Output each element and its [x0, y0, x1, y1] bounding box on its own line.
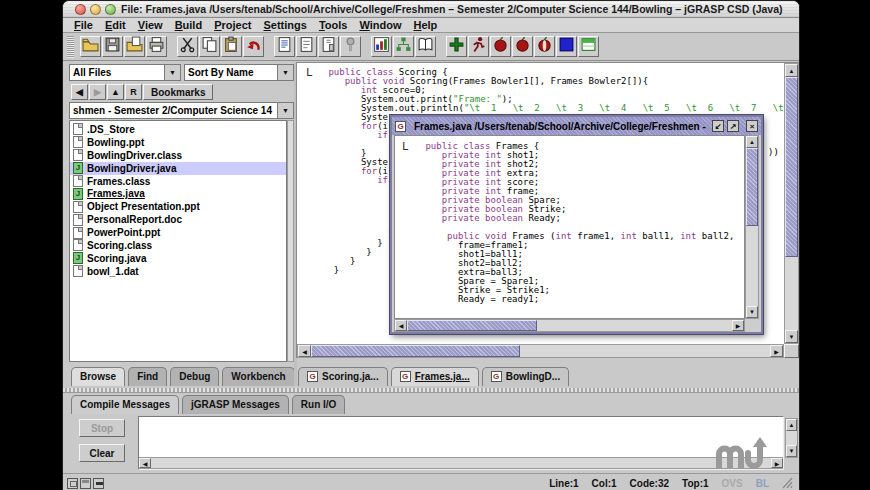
view-doc-button[interactable]: [274, 36, 295, 57]
scroll-down-icon[interactable]: ▼: [786, 445, 797, 457]
compile-messages-area[interactable]: ◀ ▶: [138, 416, 784, 470]
forward-button[interactable]: ▶: [89, 84, 106, 100]
window-tab-scoring-ja[interactable]: GScoring.ja...: [298, 367, 388, 386]
maximize-icon[interactable]: ↗: [727, 120, 739, 132]
cut-button[interactable]: [177, 36, 198, 57]
file-item[interactable]: PowerPoint.ppt: [70, 226, 286, 239]
titlebar[interactable]: File: Frames.java /Users/tenab/School/Ar…: [63, 1, 799, 18]
scroll-right-icon[interactable]: ▶: [771, 458, 783, 468]
layout-icon-1[interactable]: [67, 478, 78, 489]
resize-grip[interactable]: [782, 477, 793, 489]
file-filter-dropdown[interactable]: All Files ▼: [69, 64, 181, 81]
apple-debug-2-button[interactable]: [512, 36, 533, 57]
frames-editor-text-area[interactable]: L public class Frames { private int shot…: [394, 135, 745, 319]
minimize-traffic-light[interactable]: [90, 4, 101, 15]
menu-build[interactable]: Build: [169, 19, 209, 31]
bar-chart-button[interactable]: [371, 36, 392, 57]
menu-tools[interactable]: Tools: [313, 19, 354, 31]
close-traffic-light[interactable]: [75, 4, 86, 15]
open-folder-button[interactable]: [80, 36, 101, 57]
refresh-button[interactable]: R: [125, 84, 142, 100]
chevron-down-icon[interactable]: ▼: [277, 103, 293, 118]
menu-project[interactable]: Project: [208, 19, 257, 31]
uml-tree-button[interactable]: [393, 36, 414, 57]
apple-half-button[interactable]: [534, 36, 555, 57]
file-item[interactable]: JBowlingDriver.java: [70, 162, 286, 175]
pin-button[interactable]: [340, 36, 361, 57]
scroll-left-icon[interactable]: ◀: [139, 458, 151, 468]
folder-file-button[interactable]: [124, 36, 145, 57]
save-button[interactable]: [102, 36, 123, 57]
tab-debug[interactable]: Debug: [170, 367, 219, 386]
sort-dropdown[interactable]: Sort By Name ▼: [184, 64, 294, 81]
scroll-down-icon[interactable]: ▼: [785, 330, 798, 343]
apple-debug-1-button[interactable]: [490, 36, 511, 57]
zoom-traffic-light[interactable]: [105, 4, 116, 15]
layout-icon-2[interactable]: [80, 478, 91, 489]
bookmarks-button[interactable]: Bookmarks: [143, 84, 213, 100]
menu-view[interactable]: View: [132, 19, 169, 31]
file-item[interactable]: Frames.class: [70, 175, 286, 188]
path-dropdown[interactable]: shmen - Semester 2/Computer Science 14 ▼: [69, 102, 294, 119]
chevron-down-icon[interactable]: ▼: [277, 65, 293, 80]
file-item[interactable]: JFrames.java: [70, 187, 286, 200]
undo-button[interactable]: [243, 36, 264, 57]
file-item[interactable]: Scoring.class: [70, 239, 286, 252]
chevron-down-icon[interactable]: ▼: [164, 65, 180, 80]
stop-button[interactable]: Stop: [79, 419, 125, 437]
editor-hscrollbar[interactable]: ◀ ▶: [297, 344, 784, 358]
doc-lines-button[interactable]: [296, 36, 317, 57]
menu-file[interactable]: File: [68, 19, 99, 31]
tab-jgrasp-messages[interactable]: jGRASP Messages: [182, 395, 289, 414]
scroll-left-icon[interactable]: ◀: [298, 345, 311, 357]
file-item[interactable]: PersonalReport.doc: [70, 213, 286, 226]
frames-java-window[interactable]: G Frames.java /Users/tenab/School/Archiv…: [390, 115, 763, 334]
add-button[interactable]: [446, 36, 467, 57]
editor-vscroll-thumb[interactable]: [785, 77, 798, 257]
window-tab-frames-ja[interactable]: GFrames.ja...: [391, 367, 479, 386]
file-item[interactable]: Bowling.ppt: [70, 136, 286, 149]
doc-info-button[interactable]: [318, 36, 339, 57]
frames-window-titlebar[interactable]: G Frames.java /Users/tenab/School/Archiv…: [392, 117, 761, 135]
scroll-up-icon[interactable]: ▲: [785, 64, 798, 77]
scroll-right-icon[interactable]: ▶: [770, 345, 783, 357]
menu-help[interactable]: Help: [407, 19, 443, 31]
layout-icon-3[interactable]: [93, 478, 104, 489]
menu-settings[interactable]: Settings: [257, 19, 312, 31]
editor-vscrollbar[interactable]: ▲ ▼: [784, 63, 799, 344]
tab-browse[interactable]: Browse: [71, 367, 125, 386]
tab-find[interactable]: Find: [128, 367, 167, 386]
scroll-up-icon[interactable]: ▲: [746, 136, 758, 148]
back-button[interactable]: ◀: [71, 84, 88, 100]
print-button[interactable]: [146, 36, 167, 57]
editor-hscroll-thumb[interactable]: [311, 345, 520, 357]
frames-hscrollbar[interactable]: ◀ ▶: [394, 319, 745, 332]
scroll-up-icon[interactable]: ▲: [786, 419, 797, 431]
file-item[interactable]: BowlingDriver.class: [70, 149, 286, 162]
file-item[interactable]: JScoring.java: [70, 252, 286, 265]
frames-hscroll-thumb[interactable]: [407, 320, 537, 331]
messages-hscrollbar[interactable]: ◀ ▶: [139, 457, 783, 469]
tab-run-i-o[interactable]: Run I/O: [292, 395, 346, 414]
frames-vscrollbar[interactable]: ▲ ▼: [745, 135, 759, 319]
frames-vscroll-thumb[interactable]: [746, 148, 758, 226]
copy-button[interactable]: [199, 36, 220, 57]
paste-button[interactable]: [221, 36, 242, 57]
book-button[interactable]: [415, 36, 436, 57]
scroll-right-icon[interactable]: ▶: [732, 320, 744, 331]
run-man-button[interactable]: [468, 36, 489, 57]
clear-button[interactable]: Clear: [79, 444, 125, 462]
blue-square-button[interactable]: [556, 36, 577, 57]
tab-compile-messages[interactable]: Compile Messages: [71, 395, 179, 414]
menu-window[interactable]: Window: [353, 19, 407, 31]
close-icon[interactable]: ×: [746, 120, 758, 132]
minimize-icon[interactable]: ↙: [712, 120, 724, 132]
scroll-down-icon[interactable]: ▼: [746, 306, 758, 318]
window-tab-bowlingd[interactable]: GBowlingD...: [482, 367, 569, 386]
green-table-button[interactable]: [578, 36, 599, 57]
menu-edit[interactable]: Edit: [99, 19, 132, 31]
scroll-left-icon[interactable]: ◀: [395, 320, 407, 331]
file-item[interactable]: bowl_1.dat: [70, 265, 286, 278]
file-item[interactable]: .DS_Store: [70, 123, 286, 136]
file-list[interactable]: .DS_StoreBowling.pptBowlingDriver.classJ…: [69, 120, 287, 362]
